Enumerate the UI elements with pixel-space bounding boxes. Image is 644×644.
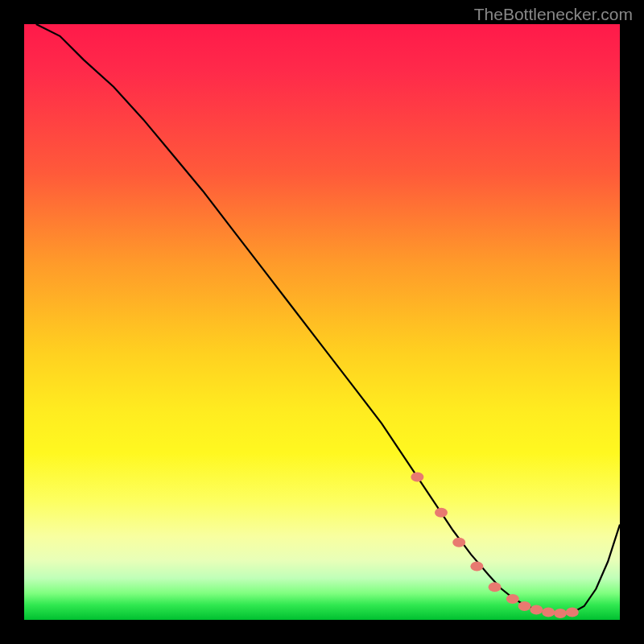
marker-point [530,605,543,614]
marker-point [554,609,567,618]
chart-svg [24,24,620,620]
chart-plot-area [24,24,620,620]
marker-point [506,594,519,604]
marker-point [542,607,555,617]
marker-point [518,601,531,611]
marker-point [452,538,465,547]
watermark-text: TheBottlenecker.com [474,5,633,24]
marker-point [489,582,502,592]
marker-point [470,561,483,571]
curve-line [36,24,620,614]
curve-markers [411,472,578,618]
marker-point [435,508,448,518]
marker-point [566,607,579,617]
marker-point [411,472,423,481]
